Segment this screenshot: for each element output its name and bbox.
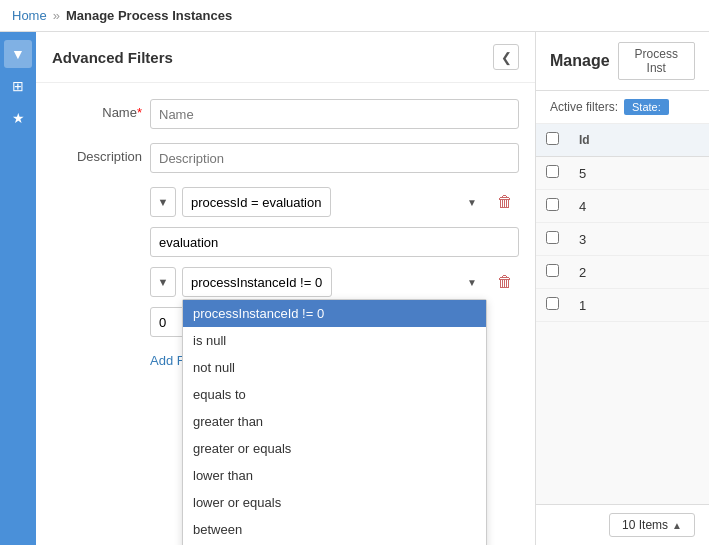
row-checkbox-cell	[536, 190, 569, 223]
dropdown-item-0[interactable]: processInstanceId != 0	[183, 300, 486, 327]
condition1-value-row	[150, 227, 519, 257]
active-filters-row: Active filters: State:	[536, 91, 709, 124]
row-checkbox-cell	[536, 289, 569, 322]
condition1-chevron[interactable]: ▼	[150, 187, 176, 217]
table-row: 1	[536, 289, 709, 322]
select-all-checkbox[interactable]	[546, 132, 559, 145]
table-container: Id 5 4 3 2	[536, 124, 709, 504]
condition2-wrapper: ▼ processInstanceId != 0 🗑 processInstan…	[150, 267, 519, 297]
dropdown-item-7[interactable]: lower or equals	[183, 489, 486, 516]
dropdown-item-5[interactable]: greater or equals	[183, 435, 486, 462]
items-button[interactable]: 10 Items ▲	[609, 513, 695, 537]
row-id: 3	[569, 223, 709, 256]
breadcrumb-separator: »	[53, 8, 60, 23]
filter-title: Advanced Filters	[52, 49, 173, 66]
header-checkbox-cell	[536, 124, 569, 157]
state-badge: State:	[624, 99, 669, 115]
description-input[interactable]	[150, 143, 519, 173]
table-row: 4	[536, 190, 709, 223]
row-checkbox[interactable]	[546, 165, 559, 178]
right-panel-title: Manage	[550, 52, 610, 70]
condition2-dropdown: processInstanceId != 0 is null not null …	[182, 299, 487, 545]
filter-panel: Advanced Filters ❮ Name* Description	[36, 32, 536, 545]
active-filters-label: Active filters:	[550, 100, 618, 114]
main-content: ▼ ⊞ ★ Advanced Filters ❮ Name* D	[0, 32, 709, 545]
app-container: Home » Manage Process Instances ▼ ⊞ ★ Ad…	[0, 0, 709, 545]
filter-sidebar-icon[interactable]: ▼	[4, 40, 32, 68]
items-label: 10 Items	[622, 518, 668, 532]
description-label: Description	[52, 143, 142, 164]
breadcrumb: Home » Manage Process Instances	[0, 0, 709, 32]
condition2-chevron[interactable]: ▼	[150, 267, 176, 297]
filter-body: Name* Description ▼ processId = evaluati…	[36, 83, 535, 545]
row-checkbox-cell	[536, 223, 569, 256]
row-id: 1	[569, 289, 709, 322]
row-id: 2	[569, 256, 709, 289]
row-id: 5	[569, 157, 709, 190]
breadcrumb-home[interactable]: Home	[12, 8, 47, 23]
chevron-up-icon: ▲	[672, 520, 682, 531]
description-row: Description	[52, 143, 519, 173]
condition2-row: ▼ processInstanceId != 0 🗑	[150, 267, 519, 297]
dropdown-item-3[interactable]: equals to	[183, 381, 486, 408]
row-checkbox[interactable]	[546, 198, 559, 211]
collapse-button[interactable]: ❮	[493, 44, 519, 70]
row-id: 4	[569, 190, 709, 223]
table-footer: 10 Items ▲	[536, 504, 709, 545]
name-input[interactable]	[150, 99, 519, 129]
sidebar: ▼ ⊞ ★	[0, 32, 36, 545]
star-sidebar-icon[interactable]: ★	[4, 104, 32, 132]
table-row: 3	[536, 223, 709, 256]
right-header: Manage Process Inst	[536, 32, 709, 91]
dropdown-item-6[interactable]: lower than	[183, 462, 486, 489]
dropdown-item-1[interactable]: is null	[183, 327, 486, 354]
condition1-delete-button[interactable]: 🗑	[491, 187, 519, 217]
condition2-delete-button[interactable]: 🗑	[491, 267, 519, 297]
row-checkbox[interactable]	[546, 264, 559, 277]
condition1-row: ▼ processId = evaluation 🗑	[150, 187, 519, 217]
condition2-select[interactable]: processInstanceId != 0	[182, 267, 332, 297]
breadcrumb-current: Manage Process Instances	[66, 8, 232, 23]
dropdown-item-4[interactable]: greater than	[183, 408, 486, 435]
row-checkbox[interactable]	[546, 297, 559, 310]
name-label: Name*	[52, 99, 142, 120]
table-row: 5	[536, 157, 709, 190]
condition1-select[interactable]: processId = evaluation	[182, 187, 331, 217]
row-checkbox-cell	[536, 157, 569, 190]
row-checkbox-cell	[536, 256, 569, 289]
dropdown-item-2[interactable]: not null	[183, 354, 486, 381]
condition1-value-input[interactable]	[150, 227, 519, 257]
data-table: Id 5 4 3 2	[536, 124, 709, 322]
header-id: Id	[569, 124, 709, 157]
right-panel: Manage Process Inst Active filters: Stat…	[536, 32, 709, 545]
process-inst-tab[interactable]: Process Inst	[618, 42, 695, 80]
condition2-select-wrapper: processInstanceId != 0	[182, 267, 485, 297]
table-row: 2	[536, 256, 709, 289]
grid-sidebar-icon[interactable]: ⊞	[4, 72, 32, 100]
name-row: Name*	[52, 99, 519, 129]
row-checkbox[interactable]	[546, 231, 559, 244]
dropdown-item-8[interactable]: between	[183, 516, 486, 543]
filter-header: Advanced Filters ❮	[36, 32, 535, 83]
condition1-select-wrapper: processId = evaluation	[182, 187, 485, 217]
